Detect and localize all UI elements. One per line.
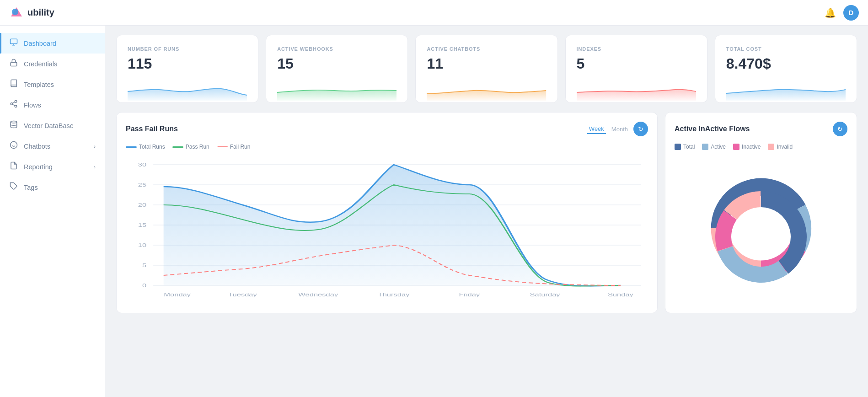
sidebar: Dashboard Credentials Templates Flows Ve… <box>0 26 105 397</box>
svg-text:Monday: Monday <box>164 292 191 298</box>
donut-proper <box>702 177 820 296</box>
user-avatar[interactable]: D <box>843 5 859 21</box>
sidebar-item-dashboard[interactable]: Dashboard <box>0 33 105 54</box>
tag-icon <box>9 182 18 193</box>
sidebar-item-tags[interactable]: Tags <box>0 177 105 198</box>
stat-value-cost: 8.470$ <box>726 55 846 72</box>
donut-refresh-btn[interactable]: ↻ <box>833 122 847 136</box>
navbar: ubility 🔔 D <box>0 0 868 26</box>
share-icon <box>9 100 18 110</box>
sidebar-item-templates[interactable]: Templates <box>0 74 105 95</box>
pass-fail-title: Pass Fail Runs <box>126 125 178 133</box>
stat-value-runs: 115 <box>128 55 247 72</box>
stat-label-chatbots: ACTIVE CHATBOTS <box>427 46 546 52</box>
svg-point-6 <box>15 101 17 103</box>
stat-wave-indexes <box>577 78 696 101</box>
database-icon <box>9 120 18 131</box>
stat-card-indexes: INDEXES 5 <box>565 35 707 103</box>
stat-value-indexes: 5 <box>577 55 696 72</box>
sidebar-item-label: Dashboard <box>24 40 56 47</box>
svg-line-10 <box>12 102 15 103</box>
svg-point-7 <box>11 103 13 105</box>
chart-header: Pass Fail Runs Week Month ↻ <box>126 122 648 136</box>
svg-text:Tuesday: Tuesday <box>228 292 257 298</box>
legend-fail-run: Fail Run <box>217 144 251 150</box>
svg-text:10: 10 <box>138 242 147 248</box>
svg-point-12 <box>11 142 17 149</box>
sidebar-item-vector-database[interactable]: Vector DataBase <box>0 115 105 136</box>
notifications-icon[interactable]: 🔔 <box>825 7 836 18</box>
sidebar-item-label: Templates <box>24 81 54 88</box>
svg-text:20: 20 <box>138 202 147 208</box>
svg-text:15: 15 <box>138 222 147 228</box>
refresh-chart-btn[interactable]: ↻ <box>633 122 648 136</box>
svg-text:0: 0 <box>142 283 146 289</box>
svg-point-11 <box>11 121 17 123</box>
svg-text:Sunday: Sunday <box>608 292 633 298</box>
svg-point-1 <box>12 9 18 15</box>
stat-card-chatbots: ACTIVE CHATBOTS 11 <box>415 35 557 103</box>
sidebar-item-label: Credentials <box>24 60 57 68</box>
svg-line-9 <box>12 104 15 106</box>
svg-rect-2 <box>11 39 17 44</box>
sidebar-item-chatbots[interactable]: Chatbots › <box>0 136 105 156</box>
donut-chart-card: Active InActive Flows ↻ Total Active Ina… <box>665 112 857 313</box>
svg-point-8 <box>15 105 17 107</box>
stat-card-cost: TOTAL COST 8.470$ <box>715 35 857 103</box>
smile-icon <box>9 141 18 151</box>
stat-card-webhooks: ACTIVE WEBHOOKS 15 <box>266 35 408 103</box>
legend-active: Active <box>702 144 726 150</box>
svg-text:25: 25 <box>138 182 147 188</box>
legend-invalid: Invalid <box>768 144 793 150</box>
app-name: ubility <box>27 7 54 18</box>
legend-inactive: Inactive <box>733 144 761 150</box>
svg-text:5: 5 <box>142 263 146 268</box>
legend-total: Total <box>675 144 695 150</box>
navbar-brand: ubility <box>9 5 54 20</box>
sidebar-item-label: Vector DataBase <box>24 122 74 129</box>
sidebar-item-reporting[interactable]: Reporting › <box>0 156 105 177</box>
book-icon <box>9 79 18 90</box>
stat-label-cost: TOTAL COST <box>726 46 846 52</box>
main-content: NUMBER OF RUNS 115 ACTIVE WEBHOOKS 15 <box>105 26 868 397</box>
stat-value-webhooks: 15 <box>277 55 396 72</box>
file-icon <box>9 161 18 172</box>
stats-row: NUMBER OF RUNS 115 ACTIVE WEBHOOKS 15 <box>116 35 857 103</box>
sidebar-item-credentials[interactable]: Credentials <box>0 54 105 74</box>
donut-legend: Total Active Inactive Invalid <box>675 144 847 150</box>
donut-title: Active InActive Flows <box>675 125 750 133</box>
charts-row: Pass Fail Runs Week Month ↻ Total Runs P… <box>116 112 857 313</box>
sidebar-item-label: Reporting <box>24 163 53 171</box>
stat-label-indexes: INDEXES <box>577 46 696 52</box>
legend-total-runs: Total Runs <box>126 144 165 150</box>
pass-fail-svg: 30 25 20 15 10 5 0 Monday Tuesday Wednes… <box>126 156 648 302</box>
week-btn[interactable]: Week <box>587 124 606 134</box>
chart-controls: Week Month ↻ <box>587 122 648 136</box>
month-btn[interactable]: Month <box>610 125 630 134</box>
svg-text:Friday: Friday <box>459 292 480 298</box>
lock-icon <box>9 59 18 69</box>
pass-fail-chart-card: Pass Fail Runs Week Month ↻ Total Runs P… <box>116 112 658 313</box>
chevron-icon: › <box>94 144 96 149</box>
stat-value-chatbots: 11 <box>427 55 546 72</box>
svg-text:Thursday: Thursday <box>378 292 410 298</box>
stat-label-runs: NUMBER OF RUNS <box>128 46 247 52</box>
legend-pass-run: Pass Run <box>172 144 209 150</box>
chevron-icon: › <box>94 164 96 170</box>
navbar-actions: 🔔 D <box>825 5 859 21</box>
stat-wave-cost <box>726 78 846 101</box>
chart-legend: Total Runs Pass Run Fail Run <box>126 144 648 150</box>
total-runs-area <box>164 165 621 286</box>
stat-card-runs: NUMBER OF RUNS 115 <box>116 35 258 103</box>
main-layout: Dashboard Credentials Templates Flows Ve… <box>0 26 868 397</box>
monitor-icon <box>9 38 18 48</box>
svg-text:Saturday: Saturday <box>530 292 560 298</box>
stat-label-webhooks: ACTIVE WEBHOOKS <box>277 46 396 52</box>
svg-rect-5 <box>11 62 17 66</box>
svg-text:30: 30 <box>138 162 147 168</box>
sidebar-item-flows[interactable]: Flows <box>0 95 105 115</box>
svg-text:Wednesday: Wednesday <box>298 292 338 298</box>
donut-chart-header: Active InActive Flows ↻ <box>675 122 847 136</box>
sidebar-item-label: Flows <box>24 102 41 109</box>
sidebar-item-label: Tags <box>24 184 38 191</box>
